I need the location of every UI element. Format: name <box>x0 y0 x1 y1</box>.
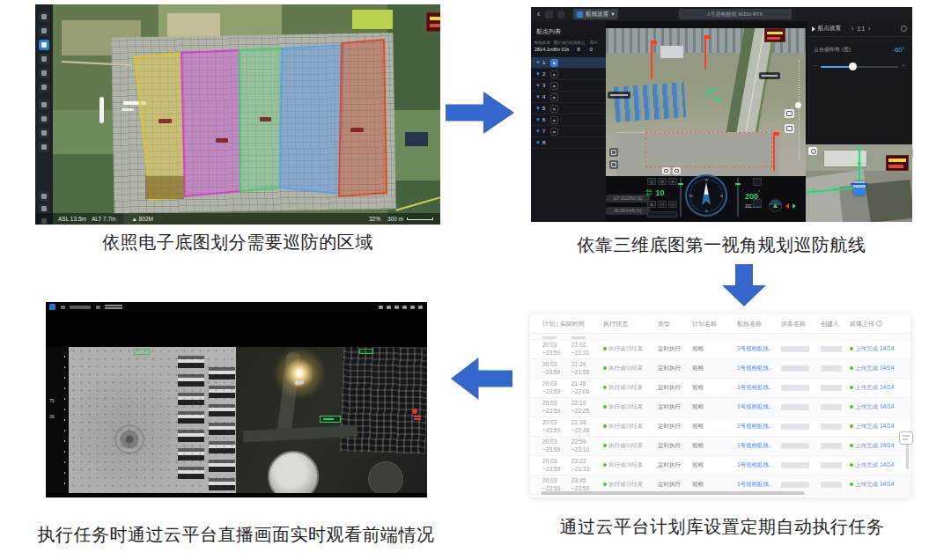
col-status[interactable]: 执行状态 <box>603 320 658 328</box>
gear-icon[interactable] <box>901 26 907 32</box>
hud-wide-button[interactable] <box>647 211 677 217</box>
map-tool-icon[interactable] <box>39 142 49 152</box>
col-device-name[interactable]: 设备名称 <box>781 320 821 328</box>
comment-bubble-icon[interactable] <box>899 431 913 445</box>
slider-minus-button[interactable]: − <box>814 63 817 69</box>
key-button[interactable]: A <box>647 201 656 208</box>
map-tool-icon[interactable] <box>39 68 49 78</box>
gimbal-pitch-slider[interactable]: − + <box>814 63 905 71</box>
waypoint-row[interactable]: ▼ 6 ▶ <box>531 114 606 126</box>
table-row[interactable]: 20:03~23:59 22:10~22:25 执行成功结束 定时执行 巡检 1… <box>530 398 910 417</box>
waypoint-row[interactable]: ▼ 7 ▶ <box>531 126 606 137</box>
col-type[interactable]: 类型 <box>658 320 692 328</box>
waypoint-action-button[interactable]: ▶ <box>550 93 558 101</box>
fullscreen-icon[interactable] <box>609 148 618 157</box>
slider-knob[interactable] <box>849 63 857 70</box>
patrol-region-blue[interactable] <box>280 45 343 194</box>
route-link[interactable]: 1号巡检航线.. <box>737 384 781 392</box>
key-button[interactable]: C <box>658 201 667 208</box>
patrol-region-red[interactable] <box>339 40 387 196</box>
waypoint-action-button[interactable]: ▶ <box>550 70 558 78</box>
lowlight-camera-view[interactable] <box>236 347 427 493</box>
waypoint-action-button[interactable]: ▶ <box>550 82 558 90</box>
split-video-view[interactable]: 75 08 <box>46 347 427 493</box>
altitude-handle[interactable] <box>795 102 801 108</box>
hud-button[interactable] <box>753 178 762 186</box>
info-icon[interactable]: i <box>876 321 882 327</box>
route-settings-dropdown[interactable]: 航线设置 ▾ <box>573 9 617 19</box>
waypoint-marker[interactable] <box>773 132 775 171</box>
hud-button[interactable] <box>753 199 762 207</box>
map-tool-icon[interactable] <box>39 114 49 124</box>
camera-button[interactable] <box>785 109 794 118</box>
waypoint-row[interactable]: ▼ 1 ▶ <box>531 57 606 69</box>
thermal-camera-view[interactable]: 75 08 <box>46 347 236 493</box>
waypoint-action-button[interactable]: ▶ <box>550 59 558 67</box>
map-zoom-slider[interactable] <box>100 97 104 123</box>
col-creator[interactable]: 创建人 <box>821 320 850 328</box>
key-button[interactable]: D <box>668 201 677 208</box>
table-row[interactable]: 20:03~23:59 21:02~21:31 执行成功结束 定时执行 巡检 1… <box>530 340 910 359</box>
waypoint-row[interactable]: ▼ 8 <box>531 137 606 149</box>
table-row[interactable]: 20:03~23:59 21:26~21:55 执行成功结束 定时执行 巡检 1… <box>530 359 910 379</box>
compass-dial[interactable]: N E S W <box>685 174 727 217</box>
table-row[interactable]: 20:03~23:59 22:38~22:48 执行成功结束 定时执行 巡检 1… <box>530 417 910 437</box>
waypoint-row[interactable]: ▼ 5 ▶ <box>531 103 606 114</box>
key-button[interactable]: Q <box>647 178 656 185</box>
drone-icon[interactable] <box>853 181 866 195</box>
col-plan-name[interactable]: 计划名称 <box>692 320 737 328</box>
waypoint-row[interactable]: ▼ 4 ▶ <box>531 92 606 103</box>
gimbal-button[interactable] <box>785 124 794 133</box>
map-tool-icon[interactable] <box>39 82 49 92</box>
latitude-field[interactable]: 39.0813445 (N) <box>606 207 650 215</box>
waypoint-action-button[interactable]: ▶ <box>550 105 558 113</box>
route-link[interactable]: 1号巡检航线.. <box>737 461 781 469</box>
col-media-upload[interactable]: 媒体上传i <box>850 320 910 328</box>
speed-slider[interactable] <box>737 178 739 217</box>
app-logo-icon[interactable] <box>49 304 55 310</box>
delete-icon[interactable] <box>673 167 681 174</box>
prev-waypoint-button[interactable]: ‹ <box>851 26 853 32</box>
waypoint-action-button[interactable]: ▶ <box>550 128 558 136</box>
col-route-name[interactable]: 航线名称 <box>737 320 781 328</box>
altitude-slider[interactable] <box>680 178 682 217</box>
back-button[interactable]: ‹ <box>537 9 540 18</box>
help-icon[interactable] <box>557 11 565 18</box>
camera-icon[interactable] <box>808 147 817 155</box>
next-waypoint-button[interactable]: › <box>868 26 870 32</box>
waypoint-marker[interactable] <box>704 35 706 69</box>
map-tool-icon[interactable] <box>39 26 49 36</box>
waypoint-row[interactable]: ▼ 2 ▶ <box>531 69 606 80</box>
route-link[interactable]: 1号巡检航线.. <box>737 403 781 411</box>
view-reset-icon[interactable] <box>609 160 618 169</box>
map-tool-icon-active[interactable] <box>39 40 49 50</box>
table-row[interactable]: 20:03~23:59 21:48~22:06 执行成功结束 定时执行 巡检 1… <box>530 379 910 398</box>
patrol-region-magenta[interactable] <box>181 50 240 196</box>
map-tool-icon[interactable] <box>39 54 49 64</box>
3d-first-person-view[interactable] <box>606 28 806 176</box>
table-row[interactable]: 20:03~23:59 22:59~23:10 执行成功结束 定时执行 巡检 1… <box>530 437 910 456</box>
route-link[interactable]: 1号巡检航线.. <box>737 442 781 450</box>
play-icon[interactable] <box>812 26 815 32</box>
mini-map[interactable] <box>806 144 912 222</box>
edit-icon[interactable] <box>662 167 670 174</box>
map-tool-icon[interactable] <box>39 191 49 202</box>
route-link[interactable]: 1号巡检航线.. <box>737 345 781 353</box>
waypoint-action-button[interactable]: ▶ <box>550 116 558 124</box>
route-link[interactable]: 1号巡检航线.. <box>737 481 781 489</box>
col-time[interactable]: 计划 | 实际时间 <box>542 320 603 328</box>
map-tool-icon[interactable] <box>39 128 49 138</box>
table-row[interactable]: 20:03~23:59 23:22~23:33 执行成功结束 定时执行 巡检 1… <box>530 456 910 475</box>
longitude-field[interactable]: 117.3222560 (E) <box>606 195 650 203</box>
map-tool-icon[interactable] <box>39 99 49 110</box>
route-link[interactable]: 1号巡检航线.. <box>737 365 781 372</box>
menu-icon[interactable] <box>545 11 553 18</box>
fullscreen-icon[interactable] <box>410 306 415 309</box>
key-button[interactable]: E <box>668 178 677 185</box>
waypoint-row[interactable]: ▼ 3 ▶ <box>531 80 606 92</box>
horizontal-scrollbar[interactable] <box>541 491 805 495</box>
waypoint-marker[interactable] <box>651 41 652 79</box>
map-tool-icon[interactable] <box>39 11 49 22</box>
slider-plus-button[interactable]: + <box>902 63 905 69</box>
key-button[interactable]: W <box>658 178 667 185</box>
